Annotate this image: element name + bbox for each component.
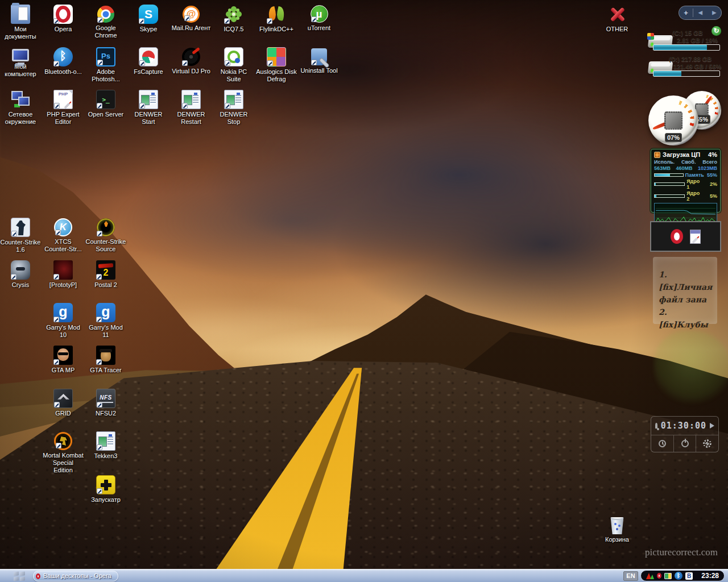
- cpu-gauges-widget: 55% 07%: [647, 90, 725, 149]
- desktop-icon-utorrent[interactable]: µuTorrent: [299, 5, 340, 32]
- prev-arrow-button[interactable]: ◀: [693, 6, 707, 19]
- utorrent-icon: µ: [311, 5, 328, 23]
- desktop-icon-gmod11[interactable]: gGarry's Mod 11: [85, 303, 126, 339]
- grid-icon: [53, 389, 73, 408]
- desktop-icon-chrome[interactable]: Google Chrome: [85, 5, 126, 39]
- tray-bluetooth-icon[interactable]: ᛒ: [675, 572, 682, 580]
- tray-clock[interactable]: 23:28: [701, 572, 719, 580]
- tray-av-icon[interactable]: [646, 572, 654, 579]
- task-button-label: Ваши десктопы - Opera: [43, 572, 111, 580]
- timer-power-button[interactable]: [674, 435, 697, 452]
- desktop-icon-cssource[interactable]: Counter-Strike Source: [85, 218, 126, 253]
- opera-icon[interactable]: [671, 229, 683, 244]
- desktop-icon-gtamp[interactable]: GTA MP: [43, 346, 84, 374]
- desktop-icon-postal2[interactable]: 2Postal 2: [85, 260, 126, 289]
- desktop-icon-nfsu2[interactable]: NFSNFSU2: [85, 389, 126, 417]
- icon-label: Сетевое окружение: [0, 111, 41, 126]
- shortcut-arrow-icon: [53, 359, 59, 365]
- icon-label: Мой компьютер: [0, 63, 41, 78]
- desktop-icon-fscapture[interactable]: FsCapture: [128, 47, 169, 76]
- shortcut-arrow-icon: [225, 103, 230, 109]
- desktop-icon-mydocs[interactable]: Мои документы: [0, 5, 41, 40]
- desktop-icon-korzina[interactable]: Корзина: [597, 516, 638, 543]
- desktop-icon-openserver[interactable]: >_Open Server: [85, 90, 126, 118]
- shortcut-arrow-icon: [96, 317, 102, 322]
- desktop-icon-zapuskatr[interactable]: Запускатр: [85, 475, 126, 504]
- icon-label: Counter-Strike Source: [85, 238, 126, 253]
- denwerstop-icon: [224, 90, 243, 109]
- desktop-icon-skype[interactable]: SSkype: [128, 5, 169, 33]
- desktop-icon-uninstall[interactable]: Uninstall Tool: [299, 47, 340, 74]
- desktop-icon-phpeditor[interactable]: PHPPHP Expert Editor: [43, 90, 84, 126]
- desktop-icon-denwerstop[interactable]: DENWER Stop: [213, 90, 254, 126]
- disk-c-free: 2.81 GB / 19%: [677, 37, 718, 44]
- desktop-icon-other[interactable]: OTHER: [597, 5, 638, 33]
- timer-start-icon[interactable]: [710, 423, 714, 429]
- desktop-icon-tekken3[interactable]: Tekken3: [85, 431, 126, 460]
- gear-icon: [703, 439, 712, 448]
- icon-label: FsCapture: [128, 68, 169, 76]
- cpu-gauge-value: 07%: [665, 133, 682, 142]
- icon-label: GTA MP: [43, 367, 84, 374]
- tray-b-app-icon[interactable]: B: [685, 572, 693, 580]
- desktop-icon-denwerrestart[interactable]: DENWER Restart: [171, 90, 212, 126]
- desktop-icon-network[interactable]: Сетевое окружение: [0, 90, 41, 126]
- shortcut-arrow-icon: [311, 16, 317, 22]
- desktop[interactable]: Мои документыOperaGoogle ChromeSSkype@Ma…: [0, 0, 728, 582]
- mem-used: 563MB: [654, 165, 671, 172]
- desktop-icon-flylink[interactable]: FlylinkDC++: [256, 5, 297, 33]
- note-line: 1.[fix]Личная: [659, 268, 714, 293]
- desktop-icon-prototyp[interactable]: [PrototyP]: [43, 260, 84, 289]
- desktop-icon-grid: Мои документыOperaGoogle ChromeSSkype@Ma…: [0, 0, 728, 582]
- icon-label: Adobe Photosh...: [85, 68, 126, 83]
- desktop-icon-denwerstart[interactable]: DENWER Start: [128, 90, 169, 126]
- disk-d-bar: [653, 70, 720, 77]
- disk-c-label: (C:) 15 GB: [672, 30, 703, 37]
- desktop-icon-photoshop[interactable]: PsAdobe Photosh...: [85, 47, 126, 83]
- shortcut-arrow-icon: [53, 274, 59, 280]
- timer-settings-button[interactable]: [696, 435, 718, 452]
- start-button[interactable]: [14, 572, 25, 580]
- desktop-icon-cs16[interactable]: Counter-Strike 1.6: [0, 218, 41, 253]
- desktop-icon-gtatracer[interactable]: GTA Tracer: [85, 346, 126, 374]
- refresh-icon[interactable]: ↻: [712, 26, 721, 36]
- next-arrow-button[interactable]: ▶: [708, 6, 721, 19]
- desktop-icon-gmod10[interactable]: gGarry's Mod 10: [43, 303, 84, 339]
- desktop-icon-virtualdj[interactable]: Virtual DJ Pro: [171, 47, 212, 75]
- clock-icon: [659, 440, 666, 447]
- windows-logo-icon: [647, 33, 654, 40]
- desktop-icon-crysis[interactable]: Crysis: [0, 260, 41, 289]
- tray-opera-icon[interactable]: [657, 573, 661, 579]
- virtualdj-icon: [182, 48, 200, 66]
- icon-label: Skype: [128, 26, 169, 33]
- tray-display-icon[interactable]: [664, 573, 672, 579]
- language-indicator[interactable]: EN: [623, 571, 638, 581]
- icon-label: uTorrent: [299, 24, 340, 32]
- desktop-icon-nokia[interactable]: Nokia PC Suite: [213, 47, 254, 83]
- desktop-icon-mycomputer[interactable]: Мой компьютер: [0, 47, 41, 78]
- other-icon: [607, 5, 627, 24]
- mem-total: 1023MB: [698, 165, 717, 172]
- sticky-notes-widget[interactable]: 1.[fix]Личная файл зана 2.[fix]Клубы: [653, 257, 717, 324]
- desktop-icon-mailru[interactable]: @Mail.Ru Агент: [171, 5, 212, 32]
- cssource-icon: [97, 218, 115, 236]
- desktop-icon-mk[interactable]: Mortal Kombat Special Edition: [43, 431, 84, 474]
- desktop-icon-icq[interactable]: ICQ7.5: [213, 5, 254, 33]
- add-widget-button[interactable]: +: [679, 6, 693, 19]
- desktop-icon-auslogics[interactable]: Auslogics Disk Defrag: [256, 47, 297, 83]
- task-button-opera[interactable]: Ваши десктопы - Opera: [33, 571, 118, 581]
- php-file-icon[interactable]: [690, 230, 701, 244]
- desktop-icon-grid[interactable]: GRID: [43, 389, 84, 417]
- prototyp-icon: [53, 260, 73, 280]
- desktop-icon-bluetooth[interactable]: ᛒBluetooth-o...: [43, 47, 84, 76]
- shortcut-arrow-icon: [267, 18, 272, 24]
- timer-clock-button[interactable]: [651, 435, 674, 452]
- mydocs-icon: [11, 5, 30, 24]
- shortcut-arrow-icon: [97, 231, 102, 236]
- desktop-icon-opera[interactable]: Opera: [43, 5, 84, 33]
- icon-label: NFSU2: [85, 410, 126, 417]
- desktop-icon-xtcs[interactable]: KXTCS Counter-Str...: [43, 218, 84, 253]
- postal2-icon: 2: [96, 260, 115, 280]
- denwerrestart-icon: [181, 90, 201, 109]
- note-line: файл зана: [659, 293, 714, 306]
